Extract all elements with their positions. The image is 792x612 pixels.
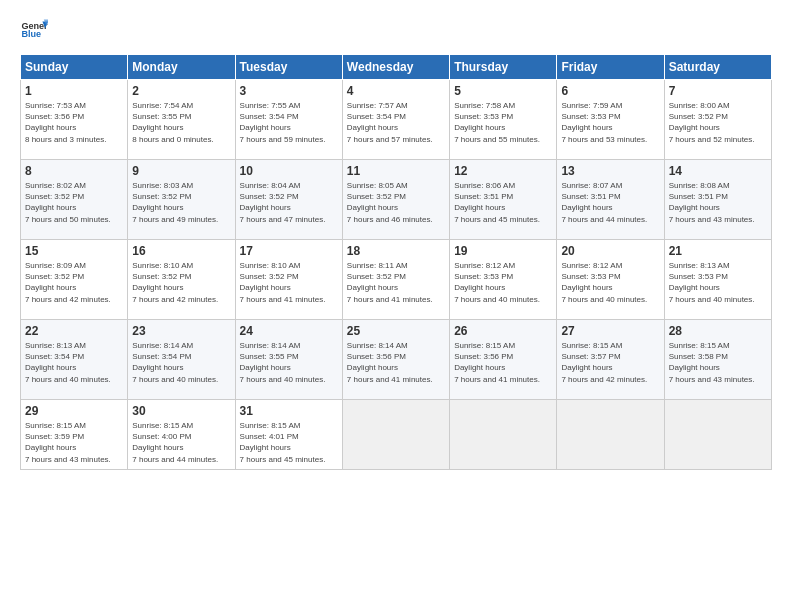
day-number: 25 <box>347 324 445 338</box>
day-number: 31 <box>240 404 338 418</box>
day-info: Sunrise: 7:57 AM Sunset: 3:54 PM Dayligh… <box>347 100 445 145</box>
day-info: Sunrise: 8:13 AM Sunset: 3:54 PM Dayligh… <box>25 340 123 385</box>
day-info: Sunrise: 8:14 AM Sunset: 3:55 PM Dayligh… <box>240 340 338 385</box>
calendar-cell: 12 Sunrise: 8:06 AM Sunset: 3:51 PM Dayl… <box>450 160 557 240</box>
day-info: Sunrise: 8:14 AM Sunset: 3:56 PM Dayligh… <box>347 340 445 385</box>
calendar-cell: 13 Sunrise: 8:07 AM Sunset: 3:51 PM Dayl… <box>557 160 664 240</box>
day-info: Sunrise: 8:08 AM Sunset: 3:51 PM Dayligh… <box>669 180 767 225</box>
calendar-cell: 4 Sunrise: 7:57 AM Sunset: 3:54 PM Dayli… <box>342 80 449 160</box>
day-info: Sunrise: 8:10 AM Sunset: 3:52 PM Dayligh… <box>240 260 338 305</box>
day-info: Sunrise: 7:53 AM Sunset: 3:56 PM Dayligh… <box>25 100 123 145</box>
calendar-cell: 8 Sunrise: 8:02 AM Sunset: 3:52 PM Dayli… <box>21 160 128 240</box>
calendar-cell: 30 Sunrise: 8:15 AM Sunset: 4:00 PM Dayl… <box>128 400 235 470</box>
weekday-header: Sunday <box>21 55 128 80</box>
day-number: 16 <box>132 244 230 258</box>
day-number: 28 <box>669 324 767 338</box>
day-number: 15 <box>25 244 123 258</box>
day-info: Sunrise: 8:15 AM Sunset: 3:58 PM Dayligh… <box>669 340 767 385</box>
calendar-cell: 29 Sunrise: 8:15 AM Sunset: 3:59 PM Dayl… <box>21 400 128 470</box>
day-number: 19 <box>454 244 552 258</box>
day-number: 20 <box>561 244 659 258</box>
day-info: Sunrise: 8:04 AM Sunset: 3:52 PM Dayligh… <box>240 180 338 225</box>
day-info: Sunrise: 8:03 AM Sunset: 3:52 PM Dayligh… <box>132 180 230 225</box>
calendar-cell: 22 Sunrise: 8:13 AM Sunset: 3:54 PM Dayl… <box>21 320 128 400</box>
calendar-cell: 14 Sunrise: 8:08 AM Sunset: 3:51 PM Dayl… <box>664 160 771 240</box>
calendar-cell: 6 Sunrise: 7:59 AM Sunset: 3:53 PM Dayli… <box>557 80 664 160</box>
day-info: Sunrise: 8:00 AM Sunset: 3:52 PM Dayligh… <box>669 100 767 145</box>
day-info: Sunrise: 8:09 AM Sunset: 3:52 PM Dayligh… <box>25 260 123 305</box>
calendar-cell: 17 Sunrise: 8:10 AM Sunset: 3:52 PM Dayl… <box>235 240 342 320</box>
day-number: 23 <box>132 324 230 338</box>
day-info: Sunrise: 8:10 AM Sunset: 3:52 PM Dayligh… <box>132 260 230 305</box>
calendar-cell <box>450 400 557 470</box>
calendar-cell: 21 Sunrise: 8:13 AM Sunset: 3:53 PM Dayl… <box>664 240 771 320</box>
calendar-cell <box>664 400 771 470</box>
calendar-cell: 24 Sunrise: 8:14 AM Sunset: 3:55 PM Dayl… <box>235 320 342 400</box>
day-info: Sunrise: 8:15 AM Sunset: 4:00 PM Dayligh… <box>132 420 230 465</box>
svg-text:Blue: Blue <box>21 29 41 39</box>
day-info: Sunrise: 8:12 AM Sunset: 3:53 PM Dayligh… <box>561 260 659 305</box>
calendar-cell: 3 Sunrise: 7:55 AM Sunset: 3:54 PM Dayli… <box>235 80 342 160</box>
day-info: Sunrise: 7:59 AM Sunset: 3:53 PM Dayligh… <box>561 100 659 145</box>
day-info: Sunrise: 7:54 AM Sunset: 3:55 PM Dayligh… <box>132 100 230 145</box>
day-number: 3 <box>240 84 338 98</box>
weekday-header: Monday <box>128 55 235 80</box>
weekday-header: Thursday <box>450 55 557 80</box>
day-number: 13 <box>561 164 659 178</box>
day-info: Sunrise: 8:07 AM Sunset: 3:51 PM Dayligh… <box>561 180 659 225</box>
day-number: 9 <box>132 164 230 178</box>
day-info: Sunrise: 7:55 AM Sunset: 3:54 PM Dayligh… <box>240 100 338 145</box>
weekday-header: Friday <box>557 55 664 80</box>
day-info: Sunrise: 8:15 AM Sunset: 4:01 PM Dayligh… <box>240 420 338 465</box>
weekday-header: Wednesday <box>342 55 449 80</box>
day-number: 17 <box>240 244 338 258</box>
day-info: Sunrise: 7:58 AM Sunset: 3:53 PM Dayligh… <box>454 100 552 145</box>
calendar-cell: 27 Sunrise: 8:15 AM Sunset: 3:57 PM Dayl… <box>557 320 664 400</box>
calendar-cell <box>342 400 449 470</box>
day-info: Sunrise: 8:11 AM Sunset: 3:52 PM Dayligh… <box>347 260 445 305</box>
day-number: 22 <box>25 324 123 338</box>
calendar-cell: 16 Sunrise: 8:10 AM Sunset: 3:52 PM Dayl… <box>128 240 235 320</box>
calendar-cell: 10 Sunrise: 8:04 AM Sunset: 3:52 PM Dayl… <box>235 160 342 240</box>
calendar-cell: 1 Sunrise: 7:53 AM Sunset: 3:56 PM Dayli… <box>21 80 128 160</box>
day-info: Sunrise: 8:13 AM Sunset: 3:53 PM Dayligh… <box>669 260 767 305</box>
day-number: 24 <box>240 324 338 338</box>
day-info: Sunrise: 8:02 AM Sunset: 3:52 PM Dayligh… <box>25 180 123 225</box>
day-info: Sunrise: 8:06 AM Sunset: 3:51 PM Dayligh… <box>454 180 552 225</box>
day-number: 27 <box>561 324 659 338</box>
day-number: 10 <box>240 164 338 178</box>
calendar-cell: 9 Sunrise: 8:03 AM Sunset: 3:52 PM Dayli… <box>128 160 235 240</box>
day-number: 12 <box>454 164 552 178</box>
day-number: 6 <box>561 84 659 98</box>
calendar-cell: 11 Sunrise: 8:05 AM Sunset: 3:52 PM Dayl… <box>342 160 449 240</box>
weekday-header: Tuesday <box>235 55 342 80</box>
day-info: Sunrise: 8:15 AM Sunset: 3:56 PM Dayligh… <box>454 340 552 385</box>
calendar-cell: 18 Sunrise: 8:11 AM Sunset: 3:52 PM Dayl… <box>342 240 449 320</box>
day-number: 4 <box>347 84 445 98</box>
day-number: 21 <box>669 244 767 258</box>
day-number: 5 <box>454 84 552 98</box>
day-number: 1 <box>25 84 123 98</box>
calendar-cell: 28 Sunrise: 8:15 AM Sunset: 3:58 PM Dayl… <box>664 320 771 400</box>
calendar-cell: 5 Sunrise: 7:58 AM Sunset: 3:53 PM Dayli… <box>450 80 557 160</box>
calendar-cell: 25 Sunrise: 8:14 AM Sunset: 3:56 PM Dayl… <box>342 320 449 400</box>
calendar-cell <box>557 400 664 470</box>
calendar-cell: 19 Sunrise: 8:12 AM Sunset: 3:53 PM Dayl… <box>450 240 557 320</box>
calendar-cell: 26 Sunrise: 8:15 AM Sunset: 3:56 PM Dayl… <box>450 320 557 400</box>
weekday-header: Saturday <box>664 55 771 80</box>
calendar-cell: 15 Sunrise: 8:09 AM Sunset: 3:52 PM Dayl… <box>21 240 128 320</box>
day-number: 18 <box>347 244 445 258</box>
day-number: 11 <box>347 164 445 178</box>
day-number: 2 <box>132 84 230 98</box>
day-number: 7 <box>669 84 767 98</box>
day-info: Sunrise: 8:15 AM Sunset: 3:57 PM Dayligh… <box>561 340 659 385</box>
day-number: 8 <box>25 164 123 178</box>
day-number: 14 <box>669 164 767 178</box>
calendar-cell: 31 Sunrise: 8:15 AM Sunset: 4:01 PM Dayl… <box>235 400 342 470</box>
calendar-cell: 2 Sunrise: 7:54 AM Sunset: 3:55 PM Dayli… <box>128 80 235 160</box>
day-number: 29 <box>25 404 123 418</box>
day-info: Sunrise: 8:12 AM Sunset: 3:53 PM Dayligh… <box>454 260 552 305</box>
logo: General Blue <box>20 16 52 44</box>
day-number: 26 <box>454 324 552 338</box>
day-number: 30 <box>132 404 230 418</box>
